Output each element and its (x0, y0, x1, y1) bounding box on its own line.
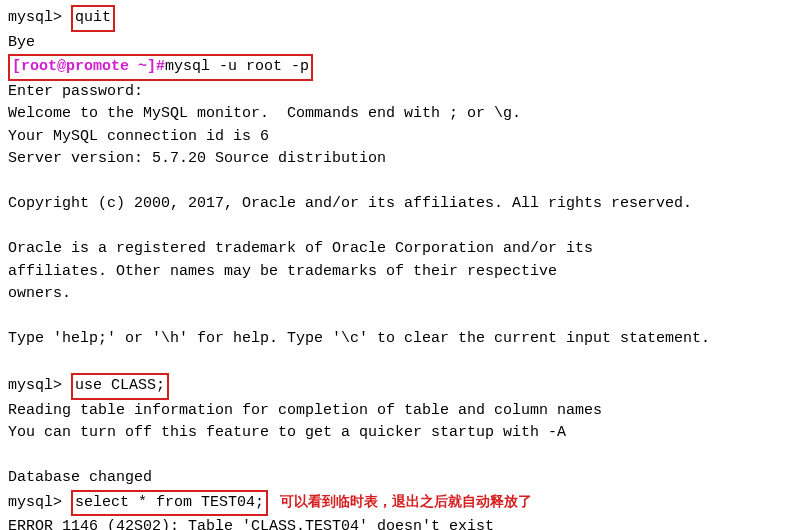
hash-sign: # (156, 58, 165, 75)
terminal-line: [root@promote ~]#mysql -u root -p (8, 54, 787, 81)
terminal-line (8, 351, 787, 374)
command-text: mysql -u root -p (165, 58, 309, 75)
mysql-prompt: mysql> (8, 377, 71, 394)
terminal-line: mysql> select * from TEST04;可以看到临时表，退出之后… (8, 490, 787, 517)
terminal-line: Welcome to the MySQL monitor. Commands e… (8, 103, 787, 126)
terminal-line: You can turn off this feature to get a q… (8, 422, 787, 445)
use-class-command: use CLASS; (71, 373, 169, 400)
terminal-line: Copyright (c) 2000, 2017, Oracle and/or … (8, 193, 787, 216)
mysql-prompt: mysql> (8, 9, 71, 26)
terminal-line: mysql> use CLASS; (8, 373, 787, 400)
terminal-line: Reading table information for completion… (8, 400, 787, 423)
terminal-line: owners. (8, 283, 787, 306)
annotation-text: 可以看到临时表，退出之后就自动释放了 (280, 493, 532, 509)
quit-command: quit (71, 5, 115, 32)
terminal-line: Type 'help;' or '\h' for help. Type '\c'… (8, 328, 787, 351)
terminal-line: Your MySQL connection id is 6 (8, 126, 787, 149)
terminal-line: Oracle is a registered trademark of Orac… (8, 238, 787, 261)
shell-prompt: [root@promote ~] (12, 58, 156, 75)
terminal-line: ERROR 1146 (42S02): Table 'CLASS.TEST04'… (8, 516, 787, 530)
terminal-line: Enter password: (8, 81, 787, 104)
terminal-line: Database changed (8, 467, 787, 490)
terminal-line: Server version: 5.7.20 Source distributi… (8, 148, 787, 171)
terminal-line: Bye (8, 32, 787, 55)
terminal-line: affiliates. Other names may be trademark… (8, 261, 787, 284)
select-test04-command: select * from TEST04; (71, 490, 268, 517)
terminal-line: mysql> quit (8, 5, 787, 32)
terminal-line (8, 306, 787, 329)
mysql-login-command: [root@promote ~]#mysql -u root -p (8, 54, 313, 81)
terminal-line (8, 216, 787, 239)
mysql-prompt: mysql> (8, 494, 71, 511)
terminal-line (8, 171, 787, 194)
terminal-line (8, 445, 787, 468)
